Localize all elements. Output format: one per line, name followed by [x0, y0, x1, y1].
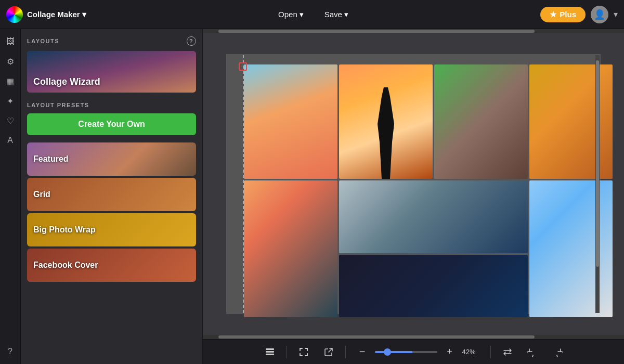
- sidebar-icon-help[interactable]: ?: [2, 343, 19, 360]
- preset-grid-bg: [27, 178, 196, 211]
- bottom-scrollbar-thumb: [218, 335, 535, 339]
- sidebar-icon-text[interactable]: ✦: [2, 93, 19, 109]
- plus-button[interactable]: ★ Plus: [540, 7, 586, 22]
- bottom-scrollbar[interactable]: [203, 335, 624, 339]
- preset-item-bigphoto[interactable]: Big Photo Wrap: [27, 213, 196, 246]
- left-panel: LAYOUTS ? Collage Wizard LAYOUT PRESETS …: [21, 29, 203, 364]
- preset-item-grid[interactable]: Grid: [27, 178, 196, 211]
- svg-rect-6: [307, 348, 308, 351]
- fit-to-screen-icon[interactable]: [295, 344, 312, 360]
- top-scrollbar-thumb: [218, 30, 535, 33]
- toolbar-sep-1: [287, 346, 287, 358]
- main-layout: 🖼 ⚙ ▦ ✦ ♡ A ? LAYOUTS ? Collage Wizard L…: [0, 29, 624, 364]
- app-logo: [6, 6, 23, 23]
- photo-cell-4[interactable]: [529, 64, 613, 179]
- photo-grid: [244, 64, 595, 304]
- icon-sidebar: 🖼 ⚙ ▦ ✦ ♡ A ?: [0, 29, 21, 364]
- collage-canvas[interactable]: [226, 54, 601, 314]
- preset-facebook-label: Facebook Cover: [27, 261, 98, 270]
- star-icon: ★: [550, 10, 556, 19]
- canvas-right-scrollbar-thumb: [596, 60, 599, 267]
- redo-icon[interactable]: [549, 344, 566, 360]
- svg-rect-8: [300, 353, 301, 356]
- zoom-out-button[interactable]: −: [354, 344, 371, 360]
- svg-rect-4: [300, 348, 301, 351]
- sidebar-icon-layout[interactable]: ▦: [2, 73, 19, 89]
- svg-rect-2: [266, 348, 274, 350]
- undo-icon[interactable]: [524, 344, 541, 360]
- plus-label: Plus: [560, 10, 576, 19]
- photo-cell-8[interactable]: [339, 255, 528, 317]
- sidebar-icon-font[interactable]: A: [2, 132, 19, 149]
- svg-rect-0: [266, 354, 274, 355]
- layers-icon[interactable]: [262, 344, 278, 360]
- save-label: Save: [324, 10, 342, 19]
- photo-cell-3[interactable]: [434, 64, 528, 179]
- zoom-controls: − + 42%: [354, 344, 482, 360]
- wizard-card[interactable]: Collage Wizard: [27, 51, 196, 93]
- swap-icon[interactable]: [499, 344, 516, 360]
- canvas-right-scrollbar[interactable]: [595, 55, 600, 313]
- layouts-help-icon[interactable]: ?: [187, 36, 196, 46]
- preset-bigphoto-label: Big Photo Wrap: [27, 225, 96, 235]
- toolbar-sep-3: [490, 346, 491, 358]
- photo-cell-2-content: [339, 64, 433, 179]
- toolbar-sep-2: [345, 346, 346, 358]
- app-title[interactable]: Collage Maker ▾: [27, 10, 86, 19]
- photo-cell-2[interactable]: [339, 64, 433, 179]
- canvas-area: − + 42%: [203, 29, 624, 364]
- preset-item-featured[interactable]: Featured: [27, 142, 196, 176]
- svg-rect-10: [307, 353, 308, 356]
- preset-item-facebook[interactable]: Facebook Cover: [27, 249, 196, 282]
- external-link-icon[interactable]: [320, 344, 337, 360]
- save-arrow: ▾: [344, 10, 348, 19]
- top-scrollbar[interactable]: [203, 29, 624, 33]
- user-dropdown-arrow[interactable]: ▾: [614, 9, 618, 19]
- sidebar-icon-image[interactable]: 🖼: [2, 33, 19, 50]
- zoom-in-button[interactable]: +: [441, 344, 458, 360]
- app-title-arrow: ▾: [82, 10, 86, 19]
- create-own-button[interactable]: Create Your Own: [27, 113, 196, 135]
- header-center: Open ▾ Save ▾: [273, 7, 354, 22]
- wizard-card-label: Collage Wizard: [33, 76, 100, 87]
- photo-cell-7[interactable]: [529, 180, 613, 317]
- zoom-percent: 42%: [462, 348, 482, 356]
- preset-grid-label: Grid: [27, 190, 50, 199]
- layout-presets-title: LAYOUT PRESETS: [27, 102, 196, 108]
- header-right: ★ Plus 👤 ▾: [540, 6, 618, 23]
- zoom-slider[interactable]: [375, 351, 437, 353]
- sidebar-icon-heart[interactable]: ♡: [2, 112, 19, 129]
- photo-cell-1[interactable]: [244, 64, 337, 179]
- photo-cell-6[interactable]: [339, 180, 528, 253]
- open-label: Open: [278, 10, 297, 19]
- svg-rect-1: [266, 351, 274, 353]
- user-avatar[interactable]: 👤: [591, 6, 608, 23]
- app-title-text: Collage Maker: [27, 10, 80, 19]
- canvas-viewport[interactable]: [203, 29, 624, 339]
- layouts-section-title: LAYOUTS ?: [27, 36, 196, 46]
- open-button[interactable]: Open ▾: [273, 7, 309, 22]
- canvas-handle-topleft[interactable]: [239, 62, 247, 71]
- header: Collage Maker ▾ Open ▾ Save ▾ ★ Plus 👤 ▾: [0, 0, 624, 29]
- photo-cell-5[interactable]: [244, 180, 337, 317]
- open-arrow: ▾: [300, 10, 304, 19]
- layouts-title-text: LAYOUTS: [27, 38, 59, 44]
- bottom-toolbar: − + 42%: [203, 339, 624, 364]
- save-button[interactable]: Save ▾: [319, 7, 354, 22]
- header-left: Collage Maker ▾: [6, 6, 86, 23]
- sidebar-icon-sliders[interactable]: ⚙: [2, 53, 19, 70]
- preset-featured-label: Featured: [27, 154, 69, 164]
